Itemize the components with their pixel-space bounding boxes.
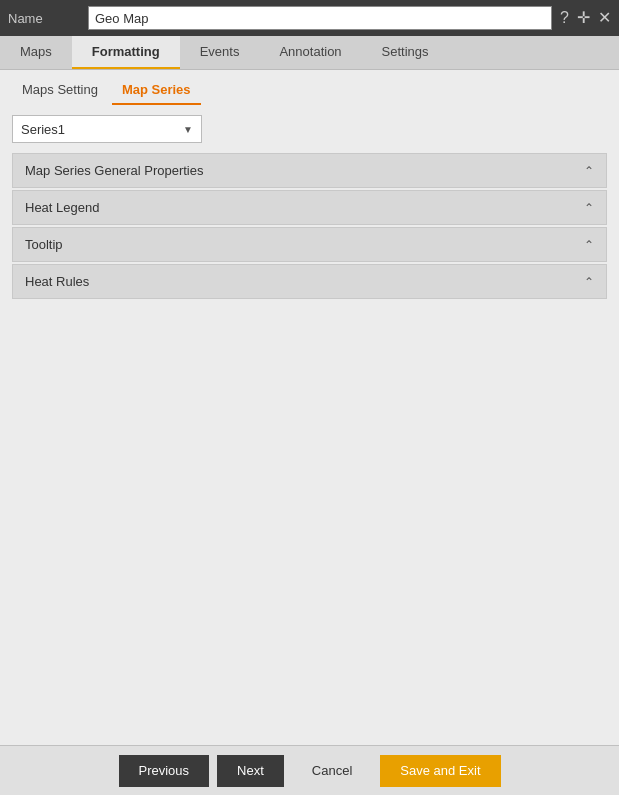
accordion-title-tooltip: Tooltip — [25, 237, 63, 252]
chevron-down-icon: ▼ — [183, 124, 193, 135]
accordion-tooltip: Tooltip ⌃ — [12, 227, 607, 262]
accordion-list: Map Series General Properties ⌃ Heat Leg… — [0, 153, 619, 745]
accordion-header-heat-legend[interactable]: Heat Legend ⌃ — [13, 191, 606, 224]
title-bar: Name ? ✛ ✕ — [0, 0, 619, 36]
accordion-title-heat-legend: Heat Legend — [25, 200, 99, 215]
title-bar-icons: ? ✛ ✕ — [560, 10, 611, 26]
accordion-heat-legend: Heat Legend ⌃ — [12, 190, 607, 225]
sub-tab-maps-setting[interactable]: Maps Setting — [12, 78, 108, 105]
tab-bar: Maps Formatting Events Annotation Settin… — [0, 36, 619, 70]
series-selector-text: Series1 — [21, 122, 183, 137]
tab-maps[interactable]: Maps — [0, 36, 72, 69]
close-icon[interactable]: ✕ — [598, 10, 611, 26]
accordion-header-tooltip[interactable]: Tooltip ⌃ — [13, 228, 606, 261]
title-bar-label: Name — [8, 11, 88, 26]
accordion-header-heat-rules[interactable]: Heat Rules ⌃ — [13, 265, 606, 298]
next-button[interactable]: Next — [217, 755, 284, 787]
chevron-up-icon-heat-rules: ⌃ — [584, 275, 594, 289]
chevron-up-icon-map-series-general: ⌃ — [584, 164, 594, 178]
tab-formatting[interactable]: Formatting — [72, 36, 180, 69]
help-icon[interactable]: ? — [560, 10, 569, 26]
save-and-exit-button[interactable]: Save and Exit — [380, 755, 500, 787]
cancel-button[interactable]: Cancel — [292, 755, 372, 787]
title-bar-input[interactable] — [88, 6, 552, 30]
accordion-title-heat-rules: Heat Rules — [25, 274, 89, 289]
chevron-up-icon-heat-legend: ⌃ — [584, 201, 594, 215]
tab-settings[interactable]: Settings — [362, 36, 449, 69]
series-selector[interactable]: Series1 ▼ — [12, 115, 202, 143]
sub-tab-map-series[interactable]: Map Series — [112, 78, 201, 105]
accordion-title-map-series-general: Map Series General Properties — [25, 163, 203, 178]
accordion-header-map-series-general[interactable]: Map Series General Properties ⌃ — [13, 154, 606, 187]
tab-annotation[interactable]: Annotation — [259, 36, 361, 69]
series-selector-wrap: Series1 ▼ — [0, 105, 619, 153]
accordion-heat-rules: Heat Rules ⌃ — [12, 264, 607, 299]
previous-button[interactable]: Previous — [119, 755, 210, 787]
accordion-map-series-general: Map Series General Properties ⌃ — [12, 153, 607, 188]
chevron-up-icon-tooltip: ⌃ — [584, 238, 594, 252]
move-icon[interactable]: ✛ — [577, 10, 590, 26]
content-area: Maps Setting Map Series Series1 ▼ Map Se… — [0, 70, 619, 745]
tab-events[interactable]: Events — [180, 36, 260, 69]
footer: Previous Next Cancel Save and Exit — [0, 745, 619, 795]
sub-tabs: Maps Setting Map Series — [0, 70, 619, 105]
